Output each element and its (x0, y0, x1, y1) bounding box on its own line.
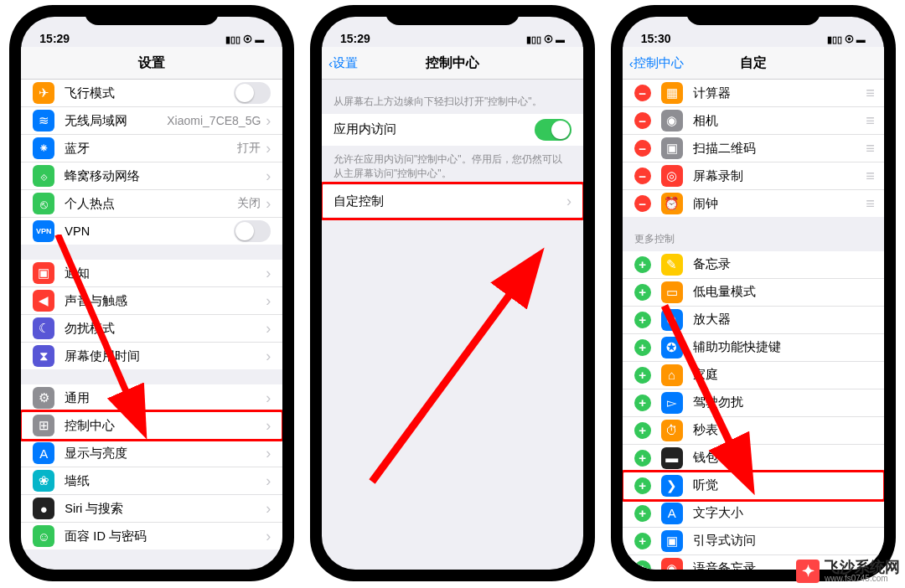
control-row[interactable]: −◉相机≡ (623, 107, 884, 135)
back-button[interactable]: ‹控制中心 (629, 55, 684, 71)
row-label: 扫描二维码 (693, 141, 866, 157)
navbar: 设置 (21, 47, 282, 80)
control-row[interactable]: +▬钱包 (623, 445, 884, 472)
chevron-right-icon: › (266, 320, 271, 338)
control-row[interactable]: −⏰闹钟≡ (623, 190, 884, 217)
add-button[interactable]: + (634, 477, 651, 494)
control-row[interactable]: +⏱秒表 (623, 417, 884, 445)
row-label: 钱包 (693, 450, 872, 466)
control-row[interactable]: +❯听觉 (623, 472, 884, 500)
add-button[interactable]: + (634, 533, 651, 549)
page-title: 控制中心 (426, 54, 479, 72)
settings-row[interactable]: ●Siri 与搜索› (21, 495, 282, 523)
toggle-app-access[interactable] (535, 119, 571, 141)
chevron-right-icon: › (266, 500, 271, 518)
control-row[interactable]: +⌂家庭 (623, 362, 884, 389)
settings-row[interactable]: VPNVPN (21, 218, 282, 245)
row-label: 面容 ID 与密码 (65, 529, 266, 544)
row-icon: A (33, 442, 54, 464)
settings-row[interactable]: ⧗屏幕使用时间› (21, 343, 282, 369)
settings-row[interactable]: ▣通知› (21, 260, 282, 287)
settings-row[interactable]: ⟐蜂窝移动网络› (21, 162, 282, 190)
add-button[interactable]: + (634, 312, 651, 328)
row-customize-controls[interactable]: 自定控制 › (322, 185, 583, 217)
control-row[interactable]: −▣扫描二维码≡ (623, 135, 884, 162)
add-button[interactable]: + (634, 256, 651, 273)
row-icon: ▻ (661, 392, 683, 414)
row-label: 显示与亮度 (65, 446, 266, 462)
add-button[interactable]: + (634, 395, 651, 411)
back-label: 设置 (333, 55, 358, 71)
settings-row[interactable]: ⎋个人热点关闭› (21, 190, 282, 218)
settings-row[interactable]: ≋无线局域网Xiaomi_7CE8_5G› (21, 107, 282, 135)
row-label: 放大器 (693, 312, 872, 328)
settings-row[interactable]: ☾勿扰模式› (21, 315, 282, 343)
remove-button[interactable]: − (634, 195, 651, 212)
control-row[interactable]: +▭低电量模式 (623, 279, 884, 307)
drag-handle-icon[interactable]: ≡ (866, 85, 872, 102)
status-indicators: ▮▯▯ ⦿ ▬ (827, 34, 866, 45)
chevron-right-icon: › (266, 417, 271, 435)
chevron-right-icon: › (266, 389, 271, 407)
watermark-text: 飞沙系统网 (825, 560, 900, 575)
row-label: 蓝牙 (65, 141, 237, 157)
settings-row[interactable]: A显示与亮度› (21, 440, 282, 467)
row-label: VPN (65, 224, 234, 238)
row-value: 关闭 (237, 196, 261, 211)
remove-button[interactable]: − (634, 112, 651, 129)
remove-button[interactable]: − (634, 140, 651, 157)
row-app-access[interactable]: 应用内访问 (322, 114, 583, 146)
toggle[interactable] (234, 220, 271, 242)
add-button[interactable]: + (634, 284, 651, 301)
settings-row[interactable]: ☺面容 ID 与密码› (21, 523, 282, 549)
row-icon: ◉ (661, 110, 683, 132)
settings-row[interactable]: ⊞控制中心› (21, 412, 282, 440)
control-row[interactable]: −◎屏幕录制≡ (623, 162, 884, 190)
row-icon: ⊞ (33, 415, 54, 436)
add-button[interactable]: + (634, 505, 651, 522)
add-button[interactable]: + (634, 450, 651, 467)
settings-row[interactable]: ✈飞行模式 (21, 80, 282, 107)
row-icon: ☺ (33, 525, 54, 547)
add-button[interactable]: + (634, 560, 651, 570)
back-button[interactable]: ‹设置 (328, 55, 358, 71)
row-icon: ⊕ (661, 309, 683, 331)
remove-button[interactable]: − (634, 168, 651, 184)
notch (385, 5, 520, 25)
control-row[interactable]: +A文字大小 (623, 500, 884, 528)
drag-handle-icon[interactable]: ≡ (866, 168, 872, 185)
row-label: 声音与触感 (65, 293, 266, 309)
control-row[interactable]: +✎备忘录 (623, 251, 884, 279)
row-icon: A (661, 503, 683, 524)
watermark: ✦ 飞沙系统网 www.fs0745.com (796, 560, 900, 583)
remove-button[interactable]: − (634, 85, 651, 101)
page-title: 自定 (740, 54, 767, 72)
control-row[interactable]: +✪辅助功能快捷键 (623, 334, 884, 362)
control-row[interactable]: −▦计算器≡ (623, 80, 884, 107)
chevron-right-icon: › (266, 528, 271, 545)
settings-row[interactable]: ❀墙纸› (21, 467, 282, 495)
row-icon: ▬ (661, 447, 683, 469)
drag-handle-icon[interactable]: ≡ (866, 195, 872, 213)
row-label: 勿扰模式 (65, 321, 266, 337)
settings-row[interactable]: ⚙通用› (21, 384, 282, 412)
row-icon: ⁕ (33, 137, 54, 159)
row-label: 备忘录 (693, 256, 872, 272)
add-button[interactable]: + (634, 422, 651, 439)
row-icon: ▣ (661, 530, 683, 552)
chevron-right-icon: › (266, 140, 271, 157)
settings-row[interactable]: ◀声音与触感› (21, 287, 282, 315)
notch (85, 5, 219, 25)
watermark-url: www.fs0745.com (825, 575, 900, 583)
add-button[interactable]: + (634, 367, 651, 384)
control-row[interactable]: +▣引导式访问 (623, 528, 884, 555)
drag-handle-icon[interactable]: ≡ (866, 140, 872, 157)
chevron-right-icon: › (266, 472, 271, 490)
row-icon: ❯ (661, 475, 683, 497)
control-row[interactable]: +⊕放大器 (623, 307, 884, 334)
settings-row[interactable]: ⁕蓝牙打开› (21, 135, 282, 162)
toggle[interactable] (234, 82, 271, 104)
drag-handle-icon[interactable]: ≡ (866, 112, 872, 130)
control-row[interactable]: +▻驾驶勿扰 (623, 389, 884, 417)
add-button[interactable]: + (634, 339, 651, 356)
